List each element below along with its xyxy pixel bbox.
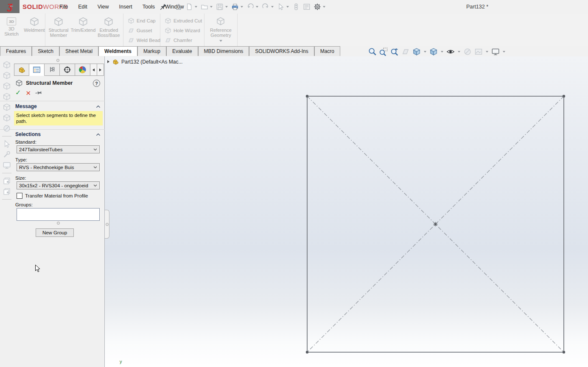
print-button[interactable] [231,3,244,11]
copy-settings-icon[interactable] [3,177,11,185]
chevron-down-icon[interactable] [322,6,326,8]
tab-feature-manager-tree[interactable] [14,64,29,76]
cancel-x-icon[interactable]: ✕ [25,90,31,96]
paste-settings-icon[interactable] [3,187,11,196]
view-sphere-icon[interactable] [3,124,11,133]
zoom-to-area-icon[interactable] [379,47,388,56]
menu-pin-icon[interactable] [160,3,167,11]
chevron-up-icon[interactable] [96,133,101,136]
view-cube-icon[interactable] [3,61,11,69]
3d-sketch-button[interactable]: 3D 3D Sketch [0,16,23,37]
gusset-button[interactable]: Gusset [126,26,154,35]
tab-sketch[interactable]: Sketch [32,46,59,56]
menu-tools[interactable]: Tools [138,2,159,11]
graphics-viewport[interactable]: Part132 (Default<As Mac... [105,56,588,367]
message-section-header[interactable]: Message [15,103,37,109]
chevron-down-icon[interactable] [219,39,223,42]
view-cube-icon[interactable] [3,71,11,80]
panel-splitter-handle[interactable] [105,210,109,239]
scroll-left-icon[interactable] [90,64,97,76]
chevron-down-icon[interactable] [194,6,198,8]
standard-dropdown[interactable]: 247TailorsteelTubes [17,145,100,153]
view-cube-icon[interactable] [3,103,11,111]
view-orientation-icon[interactable] [412,47,421,56]
sketch-canvas[interactable] [105,56,588,367]
weld-bead-button[interactable]: Weld Bead [126,36,162,44]
chamfer-button[interactable]: Chamfer [163,36,194,44]
view-cube-icon[interactable] [3,82,11,90]
select-tool-icon[interactable] [3,140,11,148]
chevron-down-icon[interactable] [485,50,489,53]
view-settings-icon[interactable] [491,47,500,56]
size-dropdown[interactable]: 30x15x2 - RVS304 - ongegloeid [17,181,100,189]
tab-sheet-metal[interactable]: Sheet Metal [59,46,98,56]
chevron-down-icon[interactable] [210,6,213,8]
scroll-right-icon[interactable] [97,64,104,76]
chevron-down-icon[interactable] [271,6,274,8]
customize-wrench-icon[interactable] [3,150,11,159]
ok-check-icon[interactable]: ✓ [15,89,21,96]
chevron-down-icon[interactable] [255,6,259,8]
menu-edit[interactable]: Edit [74,2,92,11]
tab-macro[interactable]: Macro [314,46,340,56]
tab-evaluate[interactable]: Evaluate [166,46,198,56]
menu-insert[interactable]: Insert [115,2,137,11]
rebuild-button[interactable] [292,3,300,11]
new-group-button[interactable]: New Group [36,228,74,237]
chevron-up-icon[interactable] [96,105,101,108]
section-resize-handle[interactable] [57,222,60,225]
chevron-down-icon[interactable] [240,6,244,8]
tab-dimxpert-manager[interactable] [60,64,75,76]
chevron-down-icon[interactable] [502,50,506,53]
selections-section-header[interactable]: Selections [15,131,41,137]
tab-weldments[interactable]: Weldments [98,46,137,56]
structural-member-button[interactable]: Structural Member [45,16,72,39]
trim-extend-button[interactable]: Trim/Extend [72,16,95,33]
extruded-cut-button[interactable]: Extruded Cut [163,17,204,25]
task-pane-button[interactable] [303,3,311,11]
new-document-button[interactable] [185,3,198,11]
chevron-down-icon[interactable] [225,6,228,8]
redo-button[interactable] [262,3,274,11]
chevron-down-icon[interactable] [440,50,444,53]
end-cap-button[interactable]: End Cap [126,17,157,25]
tab-markup[interactable]: Markup [137,46,166,56]
select-button[interactable] [277,3,289,11]
tab-display-manager[interactable] [75,64,90,76]
panel-drag-handle[interactable] [56,59,59,62]
chevron-down-icon[interactable] [423,50,427,53]
undo-button[interactable] [246,3,259,11]
help-icon[interactable]: ? [93,80,100,87]
save-button[interactable] [216,3,228,11]
tab-configuration-manager[interactable] [45,64,60,76]
display-style-icon[interactable] [429,47,438,56]
extruded-boss-base-button[interactable]: Extruded Boss/Base [95,16,123,39]
view-cube-icon[interactable] [3,92,11,101]
hide-show-items-eye-icon[interactable] [446,47,455,56]
view-cube-icon[interactable] [3,114,11,122]
reference-geometry-button[interactable]: Reference Geometry [204,16,237,43]
tab-property-manager[interactable] [29,64,45,76]
open-button[interactable] [201,3,213,11]
options-button[interactable] [314,3,326,11]
screen-capture-icon[interactable] [3,161,11,170]
hole-wizard-button[interactable]: Hole Wizard [163,26,202,35]
transfer-material-checkbox[interactable] [17,193,22,199]
apply-scene-icon[interactable] [474,47,483,56]
chevron-down-icon[interactable] [457,50,461,53]
keep-visible-pin-icon[interactable] [34,88,44,98]
tab-mbd-dimensions[interactable]: MBD Dimensions [198,46,249,56]
groups-list[interactable] [17,208,100,221]
section-view-icon[interactable] [401,47,410,56]
weldment-button[interactable]: Weldment [23,16,46,33]
edit-appearance-icon[interactable] [463,47,472,56]
zoom-to-fit-icon[interactable] [368,47,377,56]
previous-view-icon[interactable] [390,47,399,56]
menu-view[interactable]: View [93,2,113,11]
tab-solidworks-add-ins[interactable]: SOLIDWORKS Add-Ins [249,46,314,56]
type-dropdown[interactable]: RVS - Rechthoekige Buis [17,163,100,171]
tab-features[interactable]: Features [0,46,32,56]
chevron-down-icon[interactable] [286,6,289,8]
home-button[interactable] [175,3,182,11]
menu-file[interactable]: File [55,2,72,11]
